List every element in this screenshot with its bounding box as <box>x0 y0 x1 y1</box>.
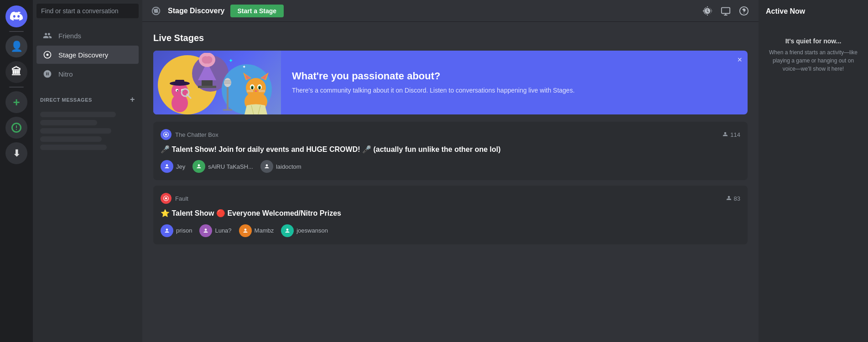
banner-heading: What're you passionate about? <box>292 70 737 82</box>
philosophy-server-icon[interactable]: 🏛 <box>5 61 27 83</box>
user-server-icon[interactable]: 👤 <box>5 36 27 57</box>
dm-placeholder-4 <box>40 136 102 142</box>
topbar: Stage Discovery Start a Stage <box>142 0 759 22</box>
speaker-avatar-1 <box>161 160 173 173</box>
speaker-name-6: Mambz <box>255 227 274 234</box>
listener-count-2: 83 <box>726 195 740 202</box>
help-icon[interactable] <box>737 4 751 18</box>
svg-rect-22 <box>227 87 229 110</box>
stage-speakers: Jey sAiRU TaKaSH... laidoctom <box>161 160 740 173</box>
stage-speakers-2: prison Luna? Mambz <box>161 224 740 237</box>
nitro-label: Nitro <box>58 70 73 78</box>
nav-section: Friends Stage Discovery Nitro <box>33 22 142 88</box>
speaker-avatar-5 <box>199 224 212 237</box>
quiet-description: When a friend starts an activity—like pl… <box>766 48 861 73</box>
svg-point-1 <box>47 54 49 56</box>
nitro-icon <box>42 68 53 79</box>
friends-label: Friends <box>58 32 81 40</box>
svg-point-47 <box>198 165 200 167</box>
svg-rect-11 <box>175 80 184 84</box>
dm-placeholder-2 <box>40 120 97 125</box>
server-divider-2 <box>9 87 24 88</box>
screen-icon[interactable] <box>718 4 733 18</box>
dm-placeholder-3 <box>40 128 111 134</box>
stage-card-chatter-box[interactable]: The Chatter Box 114 🎤 Talent Show! Join … <box>153 122 748 180</box>
close-banner-button[interactable]: × <box>737 55 742 65</box>
speaker-2: sAiRU TaKaSH... <box>192 160 253 173</box>
speaker-name-5: Luna? <box>215 227 231 234</box>
topbar-title: Stage Discovery <box>168 7 225 15</box>
speaker-3: laidoctom <box>260 160 301 173</box>
promotional-banner: ✦ ✦ What're you passionate about? There'… <box>153 51 748 114</box>
microphone-stand <box>221 73 234 114</box>
history-icon[interactable] <box>700 4 715 18</box>
start-stage-button[interactable]: Start a Stage <box>230 5 284 17</box>
active-now-title: Active Now <box>766 7 861 16</box>
server-avatar <box>161 129 172 140</box>
stage-card-header: The Chatter Box 114 <box>161 129 740 140</box>
svg-point-46 <box>166 165 168 167</box>
banner-illustration: ✦ ✦ <box>153 51 281 114</box>
main-content: Stage Discovery Start a Stage Live Stage… <box>142 0 759 342</box>
speaker-1: Jey <box>161 160 185 173</box>
speaker-7: joeswanson <box>281 224 328 237</box>
dm-section-header: Direct Messages + <box>33 88 142 106</box>
server-rail: 👤 🏛 + ⬇ <box>0 0 33 342</box>
stage-discovery-icon <box>42 49 53 60</box>
stage-title-2: ⭐ Talent Show 🔴 Everyone Welcomed/Nitro … <box>161 208 740 218</box>
svg-point-52 <box>244 228 246 231</box>
sparkle-2: ✦ <box>242 64 246 69</box>
server-info: The Chatter Box <box>161 129 218 140</box>
svg-point-29 <box>246 78 266 98</box>
listener-number: 114 <box>730 131 740 138</box>
sidebar-item-nitro[interactable]: Nitro <box>36 65 139 83</box>
dm-add-button[interactable]: + <box>130 95 135 104</box>
speaker-avatar-7 <box>281 224 294 237</box>
download-icon[interactable]: ⬇ <box>5 142 27 164</box>
content-area: Live Stages <box>142 22 759 342</box>
server-info-2: Fault <box>161 193 188 204</box>
svg-point-51 <box>205 228 207 231</box>
speaker-name-2: sAiRU TaKaSH... <box>208 163 253 170</box>
banner-text-content: What're you passionate about? There's a … <box>281 61 748 104</box>
sidebar-item-friends[interactable]: Friends <box>36 26 139 45</box>
speaker-name-7: joeswanson <box>296 227 328 234</box>
topbar-right-icons <box>700 4 751 18</box>
add-server-button[interactable]: + <box>5 91 27 113</box>
svg-point-38 <box>252 87 253 89</box>
dm-list <box>36 107 139 155</box>
svg-point-49 <box>165 197 167 200</box>
speaker-name-3: laidoctom <box>276 163 301 170</box>
svg-point-50 <box>166 228 168 231</box>
quiet-section: It's quiet for now... When a friend star… <box>766 37 861 73</box>
stage-card-header-2: Fault 83 <box>161 193 740 204</box>
discord-logo[interactable] <box>5 5 27 27</box>
svg-rect-3 <box>722 7 730 13</box>
svg-point-48 <box>266 165 268 167</box>
quiet-title: It's quiet for now... <box>766 37 861 45</box>
sidebar-item-stage-discovery[interactable]: Stage Discovery <box>36 46 139 64</box>
sparkle-1: ✦ <box>229 57 233 64</box>
listener-count: 114 <box>722 131 740 138</box>
right-panel: Active Now It's quiet for now... When a … <box>759 0 868 342</box>
server-name-2: Fault <box>175 195 188 202</box>
section-title: Live Stages <box>153 33 748 43</box>
stage-title: 🎤 Talent Show! Join for daily events and… <box>161 145 740 155</box>
search-input[interactable]: Find or start a conversation <box>36 4 139 18</box>
speaker-name-1: Jey <box>176 163 185 170</box>
server-avatar-2 <box>161 193 172 204</box>
speaker-avatar-4 <box>161 224 173 237</box>
server-name: The Chatter Box <box>175 131 218 138</box>
dm-placeholder-1 <box>40 112 116 117</box>
speaker-avatar-2 <box>192 160 205 173</box>
stage-card-fault[interactable]: Fault 83 ⭐ Talent Show 🔴 Everyone Welcom… <box>153 186 748 244</box>
speaker-name-4: prison <box>176 227 192 234</box>
search-placeholder: Find or start a conversation <box>41 7 119 15</box>
friends-icon <box>42 30 53 41</box>
svg-point-7 <box>743 12 744 13</box>
pink-character <box>165 76 194 114</box>
banner-description: There's a community talking about it on … <box>292 86 737 95</box>
dm-header-label: Direct Messages <box>40 97 92 103</box>
explore-icon[interactable] <box>5 117 27 139</box>
listener-number-2: 83 <box>734 195 740 202</box>
